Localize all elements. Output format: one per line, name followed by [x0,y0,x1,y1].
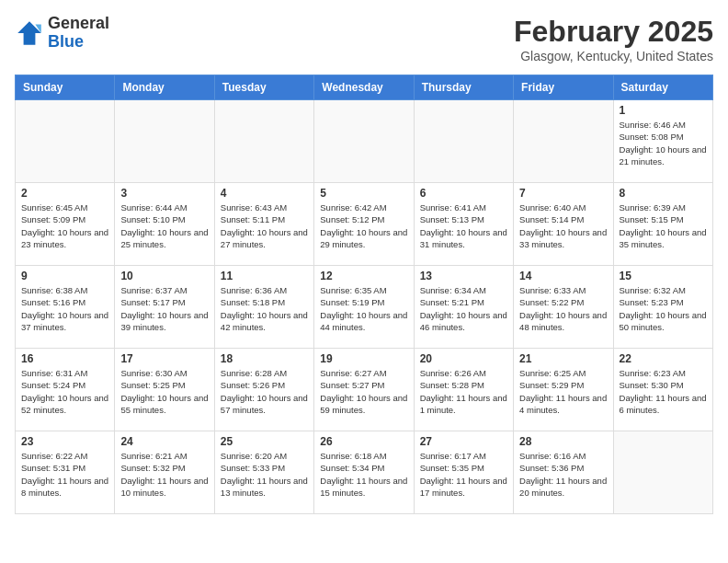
calendar-cell: 10Sunrise: 6:37 AM Sunset: 5:17 PM Dayli… [115,266,214,349]
calendar-cell: 1Sunrise: 6:46 AM Sunset: 5:08 PM Daylig… [613,100,712,183]
day-number: 22 [620,352,707,365]
day-info: Sunrise: 6:17 AM Sunset: 5:35 PM Dayligh… [420,450,507,499]
weekday-header-sunday: Sunday [16,75,115,100]
day-info: Sunrise: 6:27 AM Sunset: 5:27 PM Dayligh… [320,367,407,416]
day-number: 10 [120,270,208,282]
day-number: 6 [420,187,507,200]
day-info: Sunrise: 6:38 AM Sunset: 5:16 PM Dayligh… [21,284,108,333]
calendar-cell: 4Sunrise: 6:43 AM Sunset: 5:11 PM Daylig… [214,183,313,266]
day-info: Sunrise: 6:39 AM Sunset: 5:15 PM Dayligh… [620,201,707,250]
day-number: 20 [420,352,507,365]
day-info: Sunrise: 6:25 AM Sunset: 5:29 PM Dayligh… [519,367,607,416]
weekday-header-tuesday: Tuesday [214,75,313,100]
logo-text: General Blue [48,15,109,52]
day-info: Sunrise: 6:35 AM Sunset: 5:19 PM Dayligh… [320,284,407,333]
day-number: 21 [519,352,607,365]
calendar-cell: 19Sunrise: 6:27 AM Sunset: 5:27 PM Dayli… [314,349,414,431]
calendar-cell: 3Sunrise: 6:44 AM Sunset: 5:10 PM Daylig… [115,183,214,266]
weekday-header-wednesday: Wednesday [314,75,414,100]
day-number: 12 [320,270,407,282]
day-number: 2 [21,187,108,200]
weekday-header-saturday: Saturday [613,75,712,100]
calendar-cell: 24Sunrise: 6:21 AM Sunset: 5:32 PM Dayli… [115,431,214,514]
calendar-cell: 26Sunrise: 6:18 AM Sunset: 5:34 PM Dayli… [314,431,414,514]
page-header: General Blue February 2025 Glasgow, Kent… [15,15,713,63]
day-number: 18 [221,352,308,365]
calendar-week-row: 1Sunrise: 6:46 AM Sunset: 5:08 PM Daylig… [16,100,713,183]
day-number: 7 [519,187,607,200]
calendar-cell: 18Sunrise: 6:28 AM Sunset: 5:26 PM Dayli… [214,349,313,431]
calendar-week-row: 23Sunrise: 6:22 AM Sunset: 5:31 PM Dayli… [16,431,713,514]
day-number: 1 [620,104,707,117]
calendar-cell: 16Sunrise: 6:31 AM Sunset: 5:24 PM Dayli… [16,349,115,431]
calendar-cell [613,431,712,514]
day-number: 15 [620,270,707,282]
calendar-cell: 11Sunrise: 6:36 AM Sunset: 5:18 PM Dayli… [214,266,313,349]
day-info: Sunrise: 6:37 AM Sunset: 5:17 PM Dayligh… [120,284,208,333]
calendar-cell [514,100,613,183]
calendar-cell: 5Sunrise: 6:42 AM Sunset: 5:12 PM Daylig… [314,183,414,266]
calendar-cell [314,100,414,183]
day-info: Sunrise: 6:22 AM Sunset: 5:31 PM Dayligh… [21,450,108,499]
calendar-cell [414,100,513,183]
day-info: Sunrise: 6:34 AM Sunset: 5:21 PM Dayligh… [420,284,507,333]
calendar-cell: 21Sunrise: 6:25 AM Sunset: 5:29 PM Dayli… [514,349,613,431]
logo-icon [15,18,44,48]
weekday-header-friday: Friday [514,75,613,100]
calendar-cell [115,100,214,183]
calendar-cell [16,100,115,183]
day-info: Sunrise: 6:21 AM Sunset: 5:32 PM Dayligh… [120,450,208,499]
calendar-cell: 6Sunrise: 6:41 AM Sunset: 5:13 PM Daylig… [414,183,513,266]
day-number: 23 [21,435,108,448]
day-number: 25 [221,435,308,448]
title-block: February 2025 Glasgow, Kentucky, United … [514,15,713,63]
day-info: Sunrise: 6:20 AM Sunset: 5:33 PM Dayligh… [221,450,308,499]
calendar-cell: 25Sunrise: 6:20 AM Sunset: 5:33 PM Dayli… [214,431,313,514]
calendar-cell: 15Sunrise: 6:32 AM Sunset: 5:23 PM Dayli… [613,266,712,349]
day-number: 26 [320,435,407,448]
day-info: Sunrise: 6:41 AM Sunset: 5:13 PM Dayligh… [420,201,507,250]
day-info: Sunrise: 6:30 AM Sunset: 5:25 PM Dayligh… [120,367,208,416]
day-number: 5 [320,187,407,200]
calendar-cell: 20Sunrise: 6:26 AM Sunset: 5:28 PM Dayli… [414,349,513,431]
day-info: Sunrise: 6:26 AM Sunset: 5:28 PM Dayligh… [420,367,507,416]
day-info: Sunrise: 6:31 AM Sunset: 5:24 PM Dayligh… [21,367,108,416]
day-info: Sunrise: 6:40 AM Sunset: 5:14 PM Dayligh… [519,201,607,250]
calendar-cell: 2Sunrise: 6:45 AM Sunset: 5:09 PM Daylig… [16,183,115,266]
weekday-header-monday: Monday [115,75,214,100]
day-number: 13 [420,270,507,282]
day-number: 4 [221,187,308,200]
weekday-header-row: SundayMondayTuesdayWednesdayThursdayFrid… [16,75,713,100]
calendar-cell: 9Sunrise: 6:38 AM Sunset: 5:16 PM Daylig… [16,266,115,349]
day-info: Sunrise: 6:32 AM Sunset: 5:23 PM Dayligh… [620,284,707,333]
day-info: Sunrise: 6:45 AM Sunset: 5:09 PM Dayligh… [21,201,108,250]
calendar-cell: 8Sunrise: 6:39 AM Sunset: 5:15 PM Daylig… [613,183,712,266]
month-year-title: February 2025 [514,15,713,49]
calendar-cell: 28Sunrise: 6:16 AM Sunset: 5:36 PM Dayli… [514,431,613,514]
calendar-cell: 12Sunrise: 6:35 AM Sunset: 5:19 PM Dayli… [314,266,414,349]
day-info: Sunrise: 6:36 AM Sunset: 5:18 PM Dayligh… [221,284,308,333]
day-number: 9 [21,270,108,282]
day-info: Sunrise: 6:28 AM Sunset: 5:26 PM Dayligh… [221,367,308,416]
day-number: 3 [120,187,208,200]
weekday-header-thursday: Thursday [414,75,513,100]
day-info: Sunrise: 6:18 AM Sunset: 5:34 PM Dayligh… [320,450,407,499]
day-number: 24 [120,435,208,448]
day-info: Sunrise: 6:16 AM Sunset: 5:36 PM Dayligh… [519,450,607,499]
day-number: 19 [320,352,407,365]
day-info: Sunrise: 6:46 AM Sunset: 5:08 PM Dayligh… [620,119,707,167]
calendar-cell: 22Sunrise: 6:23 AM Sunset: 5:30 PM Dayli… [613,349,712,431]
day-info: Sunrise: 6:42 AM Sunset: 5:12 PM Dayligh… [320,201,407,250]
calendar-week-row: 16Sunrise: 6:31 AM Sunset: 5:24 PM Dayli… [16,349,713,431]
day-number: 16 [21,352,108,365]
calendar-week-row: 9Sunrise: 6:38 AM Sunset: 5:16 PM Daylig… [16,266,713,349]
logo: General Blue [15,15,109,52]
day-number: 28 [519,435,607,448]
day-info: Sunrise: 6:43 AM Sunset: 5:11 PM Dayligh… [221,201,308,250]
calendar-cell: 13Sunrise: 6:34 AM Sunset: 5:21 PM Dayli… [414,266,513,349]
day-info: Sunrise: 6:23 AM Sunset: 5:30 PM Dayligh… [620,367,707,416]
day-number: 17 [120,352,208,365]
calendar-week-row: 2Sunrise: 6:45 AM Sunset: 5:09 PM Daylig… [16,183,713,266]
calendar-cell: 14Sunrise: 6:33 AM Sunset: 5:22 PM Dayli… [514,266,613,349]
calendar-cell: 17Sunrise: 6:30 AM Sunset: 5:25 PM Dayli… [115,349,214,431]
